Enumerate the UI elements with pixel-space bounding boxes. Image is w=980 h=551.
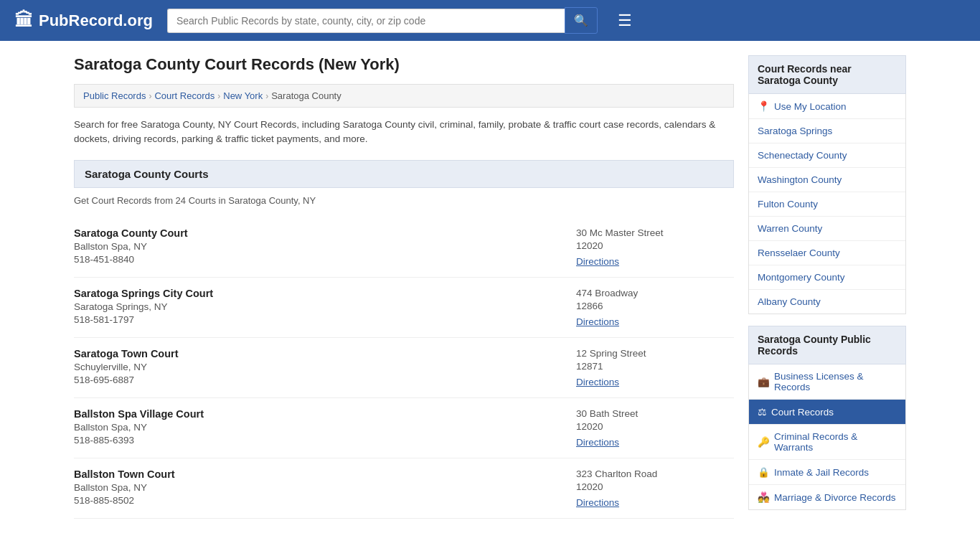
court-right: 323 Charlton Road 12020 Directions — [576, 468, 734, 508]
public-records-section-title: Saratoga County Public Records — [748, 326, 906, 364]
nearby-location-item[interactable]: Saratoga Springs — [749, 119, 905, 143]
sidebar: Court Records near Saratoga County 📍Use … — [748, 55, 906, 522]
court-city: Ballston Spa, NY — [74, 422, 562, 433]
nearby-location-item[interactable]: Montgomery County — [749, 265, 905, 290]
briefcase-icon: 💼 — [758, 376, 770, 387]
nearby-location-item[interactable]: Fulton County — [749, 192, 905, 217]
nearby-link[interactable]: Montgomery County — [758, 272, 845, 283]
nearby-location-item[interactable]: Warren County — [749, 217, 905, 241]
public-records-item[interactable]: ⚖Court Records — [749, 400, 905, 425]
court-right: 12 Spring Street 12871 Directions — [576, 348, 734, 387]
nearby-location-item[interactable]: Schenectady County — [749, 143, 905, 168]
breadcrumb-sep-1: › — [149, 91, 151, 101]
court-zip: 12866 — [576, 301, 734, 311]
site-header: 🏛 PubRecord.org 🔍 ☰ — [0, 0, 980, 41]
logo-icon: 🏛 — [14, 9, 33, 32]
public-records-link[interactable]: Inmate & Jail Records — [774, 467, 869, 478]
directions-link[interactable]: Directions — [576, 316, 619, 327]
site-logo[interactable]: 🏛 PubRecord.org — [14, 9, 153, 32]
logo-text: PubRecord.org — [39, 11, 153, 30]
court-name: Ballston Spa Village Court — [74, 408, 562, 420]
court-entry: Saratoga Springs City Court Saratoga Spr… — [74, 278, 734, 338]
key-icon: 🔑 — [758, 436, 770, 448]
lock-icon: 🔒 — [758, 466, 770, 478]
court-name: Saratoga County Court — [74, 227, 562, 239]
nearby-link[interactable]: Albany County — [758, 296, 821, 307]
menu-button[interactable]: ☰ — [618, 11, 632, 30]
court-left: Saratoga Springs City Court Saratoga Spr… — [74, 288, 576, 327]
court-address: 30 Bath Street — [576, 408, 734, 419]
location-icon: 📍 — [758, 100, 770, 112]
court-zip: 12020 — [576, 481, 734, 492]
nearby-link[interactable]: Saratoga Springs — [758, 126, 832, 136]
search-button[interactable]: 🔍 — [565, 7, 598, 34]
search-input[interactable] — [167, 9, 565, 33]
heart-icon: 💑 — [758, 491, 770, 503]
court-entry: Ballston Town Court Ballston Spa, NY 518… — [74, 458, 734, 519]
directions-link[interactable]: Directions — [576, 437, 619, 448]
page-title: Saratoga County Court Records (New York) — [74, 55, 734, 74]
court-phone: 518-581-1797 — [74, 314, 562, 325]
directions-link[interactable]: Directions — [576, 377, 619, 387]
public-records-item[interactable]: 🔒Inmate & Jail Records — [749, 460, 905, 485]
main-container: Saratoga County Court Records (New York)… — [60, 55, 920, 522]
court-zip: 12871 — [576, 361, 734, 372]
public-records-item[interactable]: 💑Marriage & Divorce Records — [749, 485, 905, 509]
court-phone: 518-695-6887 — [74, 375, 562, 385]
court-city: Saratoga Springs, NY — [74, 301, 562, 312]
court-left: Ballston Spa Village Court Ballston Spa,… — [74, 408, 576, 448]
nearby-location-item[interactable]: Washington County — [749, 168, 905, 192]
court-name: Saratoga Springs City Court — [74, 288, 562, 299]
intro-text: Search for free Saratoga County, NY Cour… — [74, 118, 734, 147]
nearby-link[interactable]: Fulton County — [758, 199, 818, 209]
public-records-item[interactable]: 💼Business Licenses & Records — [749, 364, 905, 400]
court-left: Saratoga County Court Ballston Spa, NY 5… — [74, 227, 576, 267]
nearby-section-title: Court Records near Saratoga County — [748, 55, 906, 94]
court-left: Saratoga Town Court Schuylerville, NY 51… — [74, 348, 576, 387]
scale-icon: ⚖ — [758, 406, 767, 418]
court-city: Ballston Spa, NY — [74, 482, 562, 493]
public-records-link[interactable]: Business Licenses & Records — [774, 371, 897, 392]
court-right: 474 Broadway 12866 Directions — [576, 288, 734, 327]
court-city: Schuylerville, NY — [74, 362, 562, 372]
breadcrumb-public-records[interactable]: Public Records — [83, 90, 146, 101]
content-area: Saratoga County Court Records (New York)… — [74, 55, 734, 522]
court-address: 30 Mc Master Street — [576, 227, 734, 238]
section-header: Saratoga County Courts — [74, 160, 734, 188]
breadcrumb: Public Records › Court Records › New Yor… — [74, 84, 734, 108]
nearby-link[interactable]: Rensselaer County — [758, 248, 840, 258]
breadcrumb-new-york[interactable]: New York — [223, 90, 263, 101]
use-location-text: Use My Location — [774, 101, 847, 112]
public-records-label: Court Records — [771, 407, 834, 418]
nearby-location-item[interactable]: Rensselaer County — [749, 241, 905, 265]
court-address: 12 Spring Street — [576, 348, 734, 359]
court-city: Ballston Spa, NY — [74, 241, 562, 252]
public-records-link[interactable]: Marriage & Divorce Records — [774, 492, 896, 503]
court-name: Saratoga Town Court — [74, 348, 562, 359]
nearby-link[interactable]: Schenectady County — [758, 150, 847, 161]
public-records-list: 💼Business Licenses & Records⚖Court Recor… — [748, 364, 906, 510]
nearby-location-item[interactable]: Albany County — [749, 290, 905, 314]
use-location-item[interactable]: 📍Use My Location — [749, 94, 905, 119]
court-phone: 518-885-6393 — [74, 435, 562, 446]
public-records-item[interactable]: 🔑Criminal Records & Warrants — [749, 425, 905, 460]
court-left: Ballston Town Court Ballston Spa, NY 518… — [74, 468, 576, 508]
court-count: Get Court Records from 24 Courts in Sara… — [74, 195, 734, 206]
nearby-list: 📍Use My LocationSaratoga SpringsSchenect… — [748, 94, 906, 314]
court-zip: 12020 — [576, 240, 734, 251]
court-phone: 518-885-8502 — [74, 495, 562, 506]
court-entry: Ballston Spa Village Court Ballston Spa,… — [74, 398, 734, 458]
search-bar: 🔍 — [167, 7, 598, 34]
nearby-link[interactable]: Warren County — [758, 223, 822, 234]
nearby-link[interactable]: Washington County — [758, 174, 842, 185]
breadcrumb-court-records[interactable]: Court Records — [154, 90, 215, 101]
court-address: 474 Broadway — [576, 288, 734, 298]
breadcrumb-sep-2: › — [217, 91, 220, 101]
public-records-link[interactable]: Criminal Records & Warrants — [774, 431, 897, 453]
court-entry: Saratoga County Court Ballston Spa, NY 5… — [74, 217, 734, 278]
breadcrumb-current: Saratoga County — [271, 90, 341, 101]
directions-link[interactable]: Directions — [576, 256, 619, 267]
court-right: 30 Mc Master Street 12020 Directions — [576, 227, 734, 267]
court-name: Ballston Town Court — [74, 468, 562, 480]
directions-link[interactable]: Directions — [576, 497, 619, 508]
